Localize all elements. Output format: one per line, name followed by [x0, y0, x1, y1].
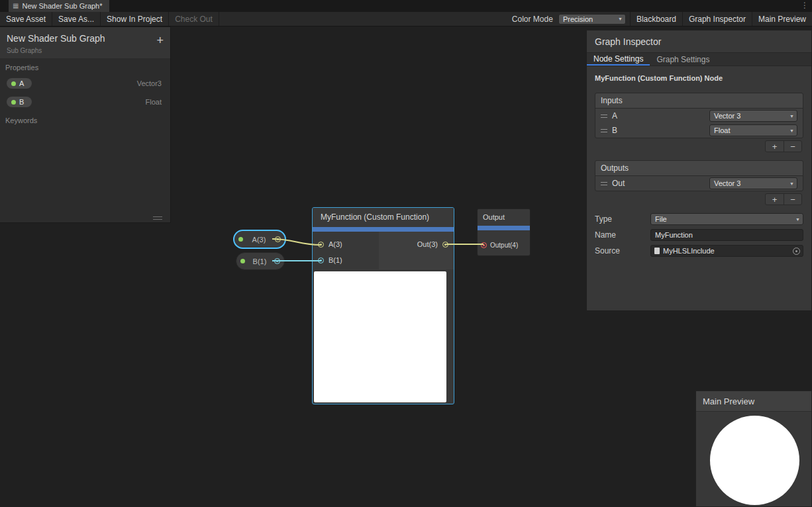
port-icon-vector4[interactable] [481, 242, 487, 248]
main-preview-panel: Main Preview [695, 391, 812, 507]
source-label: Source [595, 246, 650, 255]
source-field-row: Source MyHLSLInclude [595, 245, 803, 257]
input-row-a[interactable]: A Vector 3 ▼ [595, 109, 803, 123]
input-ports: A(3) B(1) [313, 232, 379, 269]
property-pill[interactable]: A [7, 78, 32, 89]
tab-graph-settings[interactable]: Graph Settings [650, 53, 716, 66]
color-mode-dropdown[interactable]: Precision ▼ [558, 14, 626, 24]
property-node-a[interactable]: A(3) [233, 230, 286, 249]
graph-toolbar: Save Asset Save As... Show In Project Ch… [0, 12, 812, 26]
blackboard-panel: New Shader Sub Graph Sub Graphs + Proper… [0, 26, 171, 223]
preview-sphere [710, 416, 799, 505]
show-in-project-button[interactable]: Show In Project [101, 12, 169, 26]
file-icon [654, 248, 660, 254]
drag-handle-icon[interactable] [601, 129, 607, 132]
property-dot-icon [11, 81, 16, 86]
add-input-button[interactable]: + [766, 141, 784, 152]
source-object-field[interactable]: MyHLSLInclude [650, 245, 803, 257]
output-name: Out [612, 179, 625, 188]
blackboard-toggle-button[interactable]: Blackboard [630, 12, 682, 26]
port-icon-vector3[interactable] [275, 236, 281, 242]
keywords-section-label: Keywords [0, 111, 170, 127]
name-field-row: Name MyFunction [595, 229, 803, 241]
main-preview-toggle-button[interactable]: Main Preview [752, 12, 812, 26]
outputs-header: Outputs [595, 161, 803, 176]
type-label: Type [595, 214, 650, 224]
chevron-down-icon: ▼ [789, 128, 794, 133]
port-label: B(1) [329, 256, 342, 264]
property-pill[interactable]: B [7, 97, 32, 107]
dropdown-value: Vector 3 [714, 179, 740, 187]
remove-output-button[interactable]: − [784, 194, 801, 205]
port-icon-vector3[interactable] [318, 242, 324, 248]
port-icon-float[interactable] [318, 257, 324, 263]
property-node-label: A(3) [246, 236, 272, 244]
drag-handle-icon[interactable] [601, 182, 607, 185]
output-type-dropdown[interactable]: Vector 3 ▼ [709, 177, 797, 189]
input-type-dropdown[interactable]: Vector 3 ▼ [709, 110, 797, 122]
properties-section-label: Properties [0, 58, 170, 74]
color-mode-label: Color Mode [507, 12, 558, 26]
blackboard-subtitle: Sub Graphs [7, 47, 164, 54]
property-node-b[interactable]: B(1) [236, 252, 285, 270]
property-dot-icon [238, 237, 243, 242]
chevron-down-icon: ▼ [789, 114, 794, 118]
property-row-b[interactable]: B Float [0, 93, 170, 111]
node-title[interactable]: MyFunction (Custom Function) [313, 208, 454, 227]
input-row-b[interactable]: B Float ▼ [595, 123, 803, 138]
graph-inspector-title: Graph Inspector [587, 30, 811, 52]
property-name: A [19, 79, 24, 87]
drag-handle-icon[interactable] [601, 115, 607, 118]
port-icon-float[interactable] [274, 258, 280, 264]
output-node-port[interactable]: Output(4) [478, 237, 530, 253]
name-label: Name [595, 230, 650, 240]
remove-input-button[interactable]: − [784, 141, 801, 152]
output-port-out[interactable]: Out(3) [379, 236, 448, 252]
source-value: MyHLSLInclude [663, 247, 715, 255]
inputs-list: Inputs A Vector 3 ▼ B Float ▼ [595, 93, 803, 138]
graph-inspector-toggle-button[interactable]: Graph Inspector [682, 12, 752, 26]
node-title[interactable]: Output [478, 209, 530, 226]
object-picker-icon[interactable] [793, 248, 800, 255]
output-ports: Out(3) [379, 232, 454, 269]
property-dot-icon [240, 259, 245, 263]
input-name: B [612, 126, 617, 135]
chevron-down-icon: ▼ [789, 181, 794, 186]
dropdown-value: Float [714, 126, 730, 134]
shader-graph-window: ▦ New Shader Sub Graph* ⋮ Save Asset Sav… [0, 0, 812, 507]
graph-inspector-panel: Graph Inspector Node Settings Graph Sett… [586, 30, 812, 311]
input-port-a[interactable]: A(3) [318, 236, 379, 252]
node-accent-bar [313, 227, 454, 232]
inputs-list-footer: + − [595, 140, 802, 152]
save-asset-button[interactable]: Save Asset [0, 12, 52, 26]
color-mode-value: Precision [563, 15, 593, 23]
outputs-list: Outputs Out Vector 3 ▼ [595, 160, 803, 191]
tab-strip: ▦ New Shader Sub Graph* ⋮ [0, 0, 812, 12]
type-dropdown[interactable]: File ▼ [650, 213, 803, 225]
main-preview-title: Main Preview [696, 391, 811, 412]
node-accent-bar [478, 226, 530, 230]
tab-new-shader-sub-graph[interactable]: ▦ New Shader Sub Graph* [9, 0, 109, 12]
name-input[interactable]: MyFunction [650, 229, 803, 241]
output-row-out[interactable]: Out Vector 3 ▼ [595, 176, 803, 191]
blackboard-resize-handle[interactable] [153, 216, 162, 220]
tab-title: New Shader Sub Graph* [22, 2, 102, 10]
tab-node-settings[interactable]: Node Settings [587, 53, 650, 66]
property-type: Vector3 [137, 79, 162, 87]
node-output[interactable]: Output Output(4) [477, 208, 531, 256]
chevron-down-icon: ▼ [795, 217, 800, 222]
save-as-button[interactable]: Save As... [52, 12, 101, 26]
port-icon-vector3[interactable] [442, 242, 448, 248]
property-row-a[interactable]: A Vector3 [0, 74, 170, 93]
property-type: Float [146, 98, 162, 106]
input-port-b[interactable]: B(1) [318, 252, 379, 268]
window-menu-icon[interactable]: ⋮ [801, 1, 809, 10]
input-name: A [612, 111, 617, 120]
check-out-button: Check Out [169, 12, 219, 26]
blackboard-title: New Shader Sub Graph [7, 33, 164, 44]
add-output-button[interactable]: + [766, 194, 784, 205]
add-property-button[interactable]: + [156, 34, 164, 46]
node-myfunction[interactable]: MyFunction (Custom Function) A(3) B(1) O… [312, 207, 454, 404]
input-type-dropdown[interactable]: Float ▼ [709, 124, 797, 136]
name-value: MyFunction [655, 231, 693, 239]
